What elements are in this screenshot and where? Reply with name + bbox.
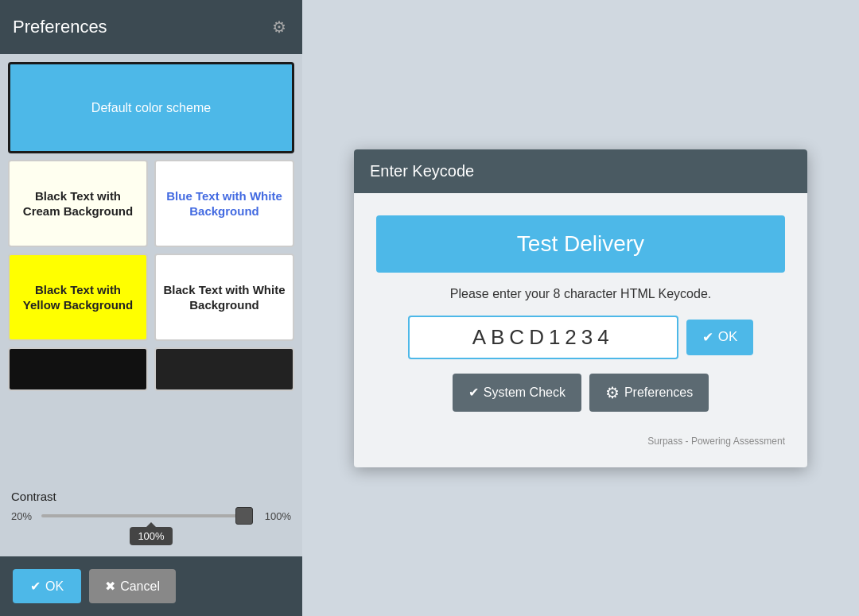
contrast-slider[interactable] — [41, 514, 253, 517]
x-icon — [105, 579, 115, 594]
panel-title: Preferences — [13, 17, 107, 37]
modal: Enter Keycode Test Delivery Please enter… — [354, 149, 807, 467]
modal-input-row: OK — [376, 316, 785, 359]
color-scheme-black2[interactable] — [154, 347, 294, 391]
color-scheme-blue-white[interactable]: Blue Text with White Background — [154, 160, 294, 247]
contrast-min-label: 20% — [11, 510, 35, 522]
color-scheme-grid: Black Text with Cream Background Blue Te… — [8, 160, 294, 341]
contrast-max-label: 100% — [259, 510, 291, 522]
panel-header: Preferences ⚙ — [0, 0, 302, 54]
color-scheme-black1[interactable] — [8, 347, 148, 391]
confirm-ok-button[interactable]: OK — [686, 320, 754, 355]
system-check-label: System Check — [484, 385, 566, 400]
modal-actions: System Check ⚙ Preferences — [453, 374, 709, 412]
cancel-button-label: Cancel — [120, 579, 160, 594]
confirm-ok-label: OK — [718, 329, 738, 345]
ok-button[interactable]: OK — [13, 569, 81, 603]
contrast-row: 20% 100% — [11, 508, 291, 524]
preferences-button[interactable]: ⚙ Preferences — [589, 374, 709, 412]
preferences-gear-icon: ⚙ — [605, 383, 620, 402]
color-scheme-black-white-label: Black Text with White Background — [162, 282, 286, 313]
color-scheme-list: Default color scheme Black Text with Cre… — [0, 54, 302, 482]
gear-settings-button[interactable]: ⚙ — [269, 14, 290, 41]
color-scheme-default-label: Default color scheme — [91, 101, 211, 115]
contrast-slider-container — [41, 508, 253, 524]
color-scheme-yellow-label: Black Text with Yellow Background — [16, 282, 140, 313]
panel-footer: OK Cancel — [0, 556, 302, 616]
color-scheme-blue-white-label: Blue Text with White Background — [162, 188, 286, 219]
system-check-icon — [468, 385, 479, 400]
black-schemes-row — [8, 347, 294, 391]
keycode-input[interactable] — [408, 316, 678, 359]
check-icon — [30, 579, 41, 594]
left-panel: Preferences ⚙ Default color scheme Black… — [0, 0, 302, 616]
contrast-label: Contrast — [11, 490, 291, 503]
modal-body: Test Delivery Please enter your 8 charac… — [354, 193, 807, 467]
color-scheme-cream[interactable]: Black Text with Cream Background — [8, 160, 148, 247]
color-scheme-yellow[interactable]: Black Text with Yellow Background — [8, 254, 148, 341]
modal-title: Enter Keycode — [370, 162, 474, 180]
gear-icon: ⚙ — [272, 18, 286, 36]
contrast-tooltip-bubble: 100% — [130, 527, 172, 545]
ok-button-label: OK — [45, 579, 64, 594]
modal-banner: Test Delivery — [376, 215, 785, 273]
color-scheme-default[interactable]: Default color scheme — [8, 62, 294, 153]
confirm-check-icon — [702, 329, 713, 346]
contrast-section: Contrast 20% 100% 100% — [0, 482, 302, 556]
modal-instruction: Please enter your 8 character HTML Keyco… — [450, 287, 711, 301]
system-check-button[interactable]: System Check — [453, 374, 581, 412]
modal-header: Enter Keycode — [354, 149, 807, 193]
right-area: Enter Keycode Test Delivery Please enter… — [302, 0, 859, 616]
contrast-tooltip-container: 100% — [11, 527, 291, 545]
modal-footer-text: Surpass - Powering Assessment — [376, 432, 785, 451]
preferences-button-label: Preferences — [624, 385, 693, 400]
cancel-button[interactable]: Cancel — [89, 569, 176, 603]
color-scheme-cream-label: Black Text with Cream Background — [16, 188, 140, 219]
color-scheme-black-white[interactable]: Black Text with White Background — [154, 254, 294, 341]
